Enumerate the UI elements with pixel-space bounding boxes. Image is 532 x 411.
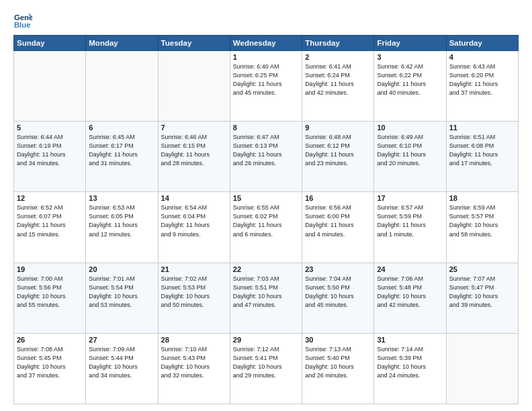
svg-text:Blue: Blue [14,21,31,29]
col-header-tuesday: Tuesday [158,36,230,51]
calendar-cell: 14Sunrise: 6:54 AMSunset: 6:04 PMDayligh… [158,192,230,263]
calendar-cell: 16Sunrise: 6:56 AMSunset: 6:00 PMDayligh… [302,192,374,263]
day-info: Sunrise: 6:41 AMSunset: 6:24 PMDaylight:… [305,62,371,97]
day-number: 8 [233,124,299,132]
day-info: Sunrise: 6:48 AMSunset: 6:12 PMDaylight:… [305,133,371,168]
calendar-cell: 19Sunrise: 7:00 AMSunset: 5:56 PMDayligh… [14,263,86,333]
calendar-cell [14,51,86,122]
day-number: 23 [305,265,371,273]
day-number: 3 [377,53,443,61]
day-number: 24 [377,265,443,273]
col-header-monday: Monday [86,36,158,51]
calendar-cell: 12Sunrise: 6:52 AMSunset: 6:07 PMDayligh… [14,192,86,263]
calendar-cell: 25Sunrise: 7:07 AMSunset: 5:47 PMDayligh… [446,263,518,333]
day-info: Sunrise: 6:56 AMSunset: 6:00 PMDaylight:… [305,203,371,238]
day-info: Sunrise: 7:02 AMSunset: 5:53 PMDaylight:… [161,275,227,310]
day-number: 20 [89,265,154,273]
day-info: Sunrise: 6:55 AMSunset: 6:02 PMDaylight:… [233,203,299,238]
day-number: 26 [17,336,83,344]
day-number: 11 [449,124,515,132]
col-header-thursday: Thursday [302,36,374,51]
day-info: Sunrise: 7:10 AMSunset: 5:43 PMDaylight:… [161,345,227,380]
calendar-cell: 28Sunrise: 7:10 AMSunset: 5:43 PMDayligh… [158,333,230,404]
calendar-cell: 24Sunrise: 7:06 AMSunset: 5:48 PMDayligh… [374,263,446,333]
day-number: 18 [449,194,515,202]
calendar-table: SundayMondayTuesdayWednesdayThursdayFrid… [13,35,519,404]
day-info: Sunrise: 6:42 AMSunset: 6:22 PMDaylight:… [377,62,443,97]
day-number: 7 [161,124,227,132]
calendar-cell: 26Sunrise: 7:08 AMSunset: 5:45 PMDayligh… [14,333,86,404]
day-number: 12 [17,194,83,202]
calendar-cell: 30Sunrise: 7:13 AMSunset: 5:40 PMDayligh… [302,333,374,404]
col-header-wednesday: Wednesday [230,36,302,51]
day-number: 25 [449,265,515,273]
calendar-cell: 8Sunrise: 6:47 AMSunset: 6:13 PMDaylight… [230,122,302,192]
calendar-cell [446,333,518,404]
day-info: Sunrise: 7:07 AMSunset: 5:47 PMDaylight:… [449,275,515,310]
day-info: Sunrise: 6:49 AMSunset: 6:10 PMDaylight:… [377,133,443,168]
day-number: 6 [89,124,154,132]
calendar-week-row: 26Sunrise: 7:08 AMSunset: 5:45 PMDayligh… [14,333,519,404]
calendar-cell: 27Sunrise: 7:09 AMSunset: 5:44 PMDayligh… [86,333,158,404]
calendar-cell: 7Sunrise: 6:46 AMSunset: 6:15 PMDaylight… [158,122,230,192]
day-info: Sunrise: 6:46 AMSunset: 6:15 PMDaylight:… [161,133,227,168]
day-info: Sunrise: 6:43 AMSunset: 6:20 PMDaylight:… [449,62,515,97]
day-number: 4 [449,53,515,61]
header: General Blue [13,11,519,30]
col-header-sunday: Sunday [14,36,86,51]
day-info: Sunrise: 7:14 AMSunset: 5:39 PMDaylight:… [377,345,443,380]
day-number: 28 [161,336,227,344]
day-info: Sunrise: 6:40 AMSunset: 6:25 PMDaylight:… [233,62,299,97]
calendar-cell: 18Sunrise: 6:59 AMSunset: 5:57 PMDayligh… [446,192,518,263]
day-info: Sunrise: 7:00 AMSunset: 5:56 PMDaylight:… [17,275,83,310]
calendar-cell: 17Sunrise: 6:57 AMSunset: 5:59 PMDayligh… [374,192,446,263]
calendar-cell: 15Sunrise: 6:55 AMSunset: 6:02 PMDayligh… [230,192,302,263]
calendar-cell: 6Sunrise: 6:45 AMSunset: 6:17 PMDaylight… [86,122,158,192]
day-info: Sunrise: 6:47 AMSunset: 6:13 PMDaylight:… [233,133,299,168]
day-number: 29 [233,336,299,344]
day-info: Sunrise: 7:04 AMSunset: 5:50 PMDaylight:… [305,275,371,310]
day-info: Sunrise: 7:08 AMSunset: 5:45 PMDaylight:… [17,345,83,380]
day-number: 10 [377,124,443,132]
calendar-cell: 3Sunrise: 6:42 AMSunset: 6:22 PMDaylight… [374,51,446,122]
day-number: 30 [305,336,371,344]
calendar-cell: 4Sunrise: 6:43 AMSunset: 6:20 PMDaylight… [446,51,518,122]
day-info: Sunrise: 7:01 AMSunset: 5:54 PMDaylight:… [89,275,154,310]
calendar-cell: 21Sunrise: 7:02 AMSunset: 5:53 PMDayligh… [158,263,230,333]
calendar-cell: 20Sunrise: 7:01 AMSunset: 5:54 PMDayligh… [86,263,158,333]
calendar-cell: 10Sunrise: 6:49 AMSunset: 6:10 PMDayligh… [374,122,446,192]
day-number: 1 [233,53,299,61]
day-info: Sunrise: 6:52 AMSunset: 6:07 PMDaylight:… [17,203,83,238]
calendar-week-row: 19Sunrise: 7:00 AMSunset: 5:56 PMDayligh… [14,263,519,333]
calendar-week-row: 5Sunrise: 6:44 AMSunset: 6:19 PMDaylight… [14,122,519,192]
day-number: 5 [17,124,83,132]
calendar-header-row: SundayMondayTuesdayWednesdayThursdayFrid… [14,36,519,51]
day-info: Sunrise: 6:53 AMSunset: 6:05 PMDaylight:… [89,203,154,238]
day-number: 31 [377,336,443,344]
day-number: 13 [89,194,154,202]
col-header-saturday: Saturday [446,36,518,51]
day-number: 16 [305,194,371,202]
day-number: 27 [89,336,154,344]
day-info: Sunrise: 7:12 AMSunset: 5:41 PMDaylight:… [233,345,299,380]
calendar-cell: 31Sunrise: 7:14 AMSunset: 5:39 PMDayligh… [374,333,446,404]
day-info: Sunrise: 6:51 AMSunset: 6:08 PMDaylight:… [449,133,515,168]
day-info: Sunrise: 7:09 AMSunset: 5:44 PMDaylight:… [89,345,154,380]
day-info: Sunrise: 7:06 AMSunset: 5:48 PMDaylight:… [377,275,443,310]
calendar-cell: 1Sunrise: 6:40 AMSunset: 6:25 PMDaylight… [230,51,302,122]
day-info: Sunrise: 6:45 AMSunset: 6:17 PMDaylight:… [89,133,154,168]
logo-icon: General Blue [13,11,32,30]
calendar-week-row: 12Sunrise: 6:52 AMSunset: 6:07 PMDayligh… [14,192,519,263]
col-header-friday: Friday [374,36,446,51]
calendar-cell: 2Sunrise: 6:41 AMSunset: 6:24 PMDaylight… [302,51,374,122]
day-number: 19 [17,265,83,273]
calendar-cell [86,51,158,122]
calendar-cell: 5Sunrise: 6:44 AMSunset: 6:19 PMDaylight… [14,122,86,192]
day-number: 14 [161,194,227,202]
day-number: 2 [305,53,371,61]
day-number: 17 [377,194,443,202]
day-number: 22 [233,265,299,273]
calendar-week-row: 1Sunrise: 6:40 AMSunset: 6:25 PMDaylight… [14,51,519,122]
calendar-cell: 29Sunrise: 7:12 AMSunset: 5:41 PMDayligh… [230,333,302,404]
day-info: Sunrise: 6:57 AMSunset: 5:59 PMDaylight:… [377,203,443,238]
